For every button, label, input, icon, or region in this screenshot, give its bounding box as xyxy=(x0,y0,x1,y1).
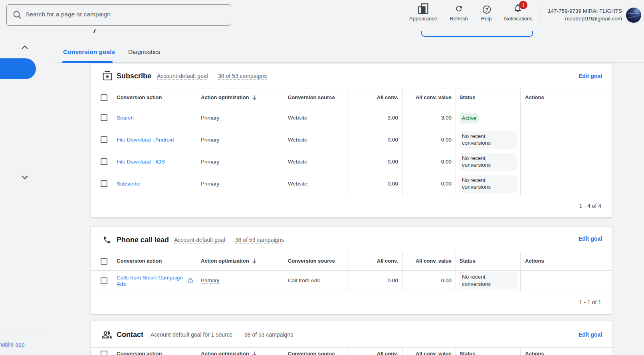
svg-text:?: ? xyxy=(485,7,488,13)
